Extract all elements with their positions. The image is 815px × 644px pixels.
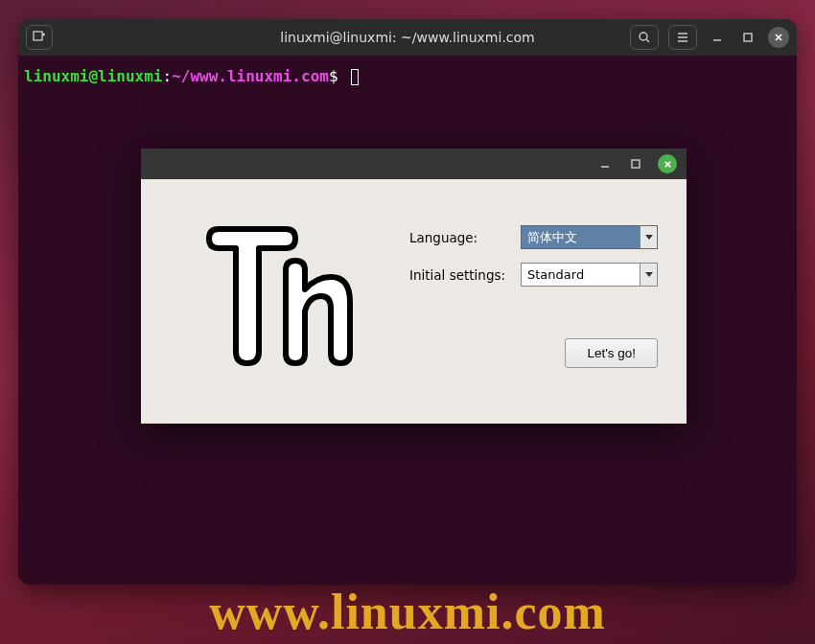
terminal-maximize-button[interactable] (737, 27, 758, 48)
dialog-close-button[interactable] (658, 154, 677, 173)
terminal-titlebar: linuxmi@linuxmi: ~/www.linuxmi.com (18, 19, 797, 56)
watermark-text: www.linuxmi.com (0, 584, 815, 640)
terminal-minimize-button[interactable] (707, 27, 728, 48)
thonny-logo (170, 218, 381, 376)
prompt-user: linuxmi@linuxmi (24, 67, 163, 85)
prompt-sep: : (163, 67, 173, 85)
dialog-minimize-button[interactable] (596, 155, 614, 172)
form-area: Language: 简体中文 Initial settings: Standar… (409, 218, 658, 376)
search-button[interactable] (630, 25, 659, 50)
prompt-dollar: $ (329, 67, 338, 85)
new-tab-button[interactable] (26, 25, 53, 50)
initial-settings-select[interactable]: Standard (521, 263, 658, 287)
svg-line-2 (646, 39, 649, 42)
initial-settings-label: Initial settings: (409, 267, 513, 283)
initial-settings-row: Initial settings: Standard (409, 263, 658, 287)
terminal-close-button[interactable] (768, 27, 789, 48)
chevron-down-icon (640, 264, 657, 286)
terminal-body[interactable]: linuxmi@linuxmi:~/www.linuxmi.com$ (18, 56, 797, 99)
initial-settings-value: Standard (527, 267, 584, 282)
svg-rect-0 (34, 32, 42, 40)
terminal-cursor (351, 69, 359, 85)
svg-rect-7 (744, 34, 752, 41)
menu-button[interactable] (668, 25, 697, 50)
dialog-maximize-button[interactable] (627, 155, 644, 172)
chevron-down-icon (640, 226, 657, 248)
language-select[interactable]: 简体中文 (521, 225, 658, 249)
prompt-path: ~/www.linuxmi.com (172, 67, 329, 85)
language-label: Language: (409, 230, 513, 245)
language-row: Language: 简体中文 (409, 225, 658, 249)
button-row: Let's go! (409, 338, 658, 368)
svg-point-1 (640, 33, 647, 40)
language-value: 简体中文 (527, 229, 577, 246)
dialog-titlebar (141, 149, 687, 179)
svg-rect-11 (632, 160, 640, 168)
setup-dialog: Language: 简体中文 Initial settings: Standar… (141, 149, 687, 424)
lets-go-button[interactable]: Let's go! (565, 338, 658, 368)
dialog-body: Language: 简体中文 Initial settings: Standar… (141, 179, 687, 424)
